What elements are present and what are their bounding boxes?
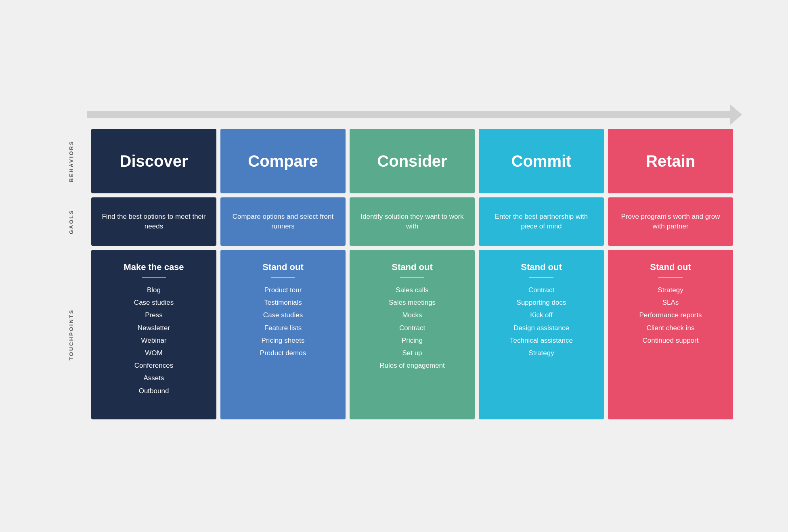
touchpoint-item-consider-3: Contract	[399, 323, 425, 333]
arrow-head	[730, 104, 742, 125]
touchpoint-item-commit-4: Technical assistance	[510, 335, 573, 346]
behavior-card-discover: Discover	[91, 129, 216, 193]
touchpoint-item-commit-3: Design assistance	[513, 323, 569, 333]
touchpoint-item-discover-0: Blog	[147, 285, 161, 295]
goal-text-compare: Compare options and select front runners	[228, 212, 337, 231]
touchpoint-header-retain: Stand out	[650, 262, 691, 272]
touchpoint-item-compare-3: Feature lists	[264, 323, 302, 333]
goal-card-commit: Enter the best partnership with piece of…	[479, 197, 604, 246]
goal-card-discover: Find the best options to meet their need…	[91, 197, 216, 246]
touchpoint-item-retain-3: Client check ins	[646, 323, 694, 333]
touchpoint-card-compare: Stand outProduct tourTestimonialsCase st…	[220, 250, 346, 419]
page-wrapper: BEHAVIORS DiscoverCompareConsiderCommitR…	[31, 88, 757, 444]
touchpoint-item-discover-8: Outbound	[139, 385, 169, 396]
behavior-title-compare: Compare	[248, 152, 318, 170]
goal-text-commit: Enter the best partnership with piece of…	[487, 212, 596, 231]
touchpoint-item-compare-0: Product tour	[264, 285, 302, 295]
arrow-bar	[87, 111, 733, 118]
touchpoint-divider-commit	[529, 277, 553, 278]
touchpoint-header-compare: Stand out	[262, 262, 303, 272]
goals-label: GAOLS	[55, 197, 87, 246]
touchpoints-label: TOUCHPOINTS	[55, 250, 87, 419]
touchpoint-item-compare-1: Testimonials	[264, 297, 302, 308]
touchpoint-item-discover-5: WOM	[145, 348, 162, 358]
touchpoint-item-compare-5: Product demos	[260, 348, 306, 358]
behavior-title-discover: Discover	[120, 152, 188, 170]
goal-card-consider: Identify solution they want to work with	[350, 197, 475, 246]
touchpoint-item-consider-5: Set up	[402, 348, 422, 358]
touchpoint-divider-compare	[271, 277, 295, 278]
behavior-card-compare: Compare	[220, 129, 346, 193]
touchpoint-divider-discover	[142, 277, 166, 278]
touchpoint-item-discover-3: Newsletter	[138, 323, 170, 333]
touchpoint-item-discover-2: Press	[145, 310, 162, 320]
touchpoint-item-discover-1: Case studies	[134, 297, 174, 308]
touchpoint-header-commit: Stand out	[521, 262, 562, 272]
touchpoint-item-retain-1: SLAs	[662, 297, 679, 308]
touchpoint-item-consider-0: Sales calls	[396, 285, 428, 295]
behavior-card-commit: Commit	[479, 129, 604, 193]
goal-card-compare: Compare options and select front runners	[220, 197, 346, 246]
goal-text-retain: Prove program's worth and grow with part…	[616, 212, 725, 231]
touchpoint-item-compare-2: Case studies	[263, 310, 303, 320]
touchpoint-card-commit: Stand outContractSupporting docsKick off…	[479, 250, 604, 419]
touchpoint-item-discover-7: Assets	[143, 373, 164, 383]
behavior-title-consider: Consider	[377, 152, 447, 170]
touchpoint-divider-retain	[658, 277, 683, 278]
touchpoint-header-discover: Make the case	[124, 262, 184, 272]
touchpoint-item-commit-5: Strategy	[528, 348, 554, 358]
touchpoint-item-consider-2: Mocks	[402, 310, 422, 320]
touchpoint-header-consider: Stand out	[392, 262, 432, 272]
main-grid: BEHAVIORS DiscoverCompareConsiderCommitR…	[55, 129, 733, 419]
goal-text-consider: Identify solution they want to work with	[358, 212, 467, 231]
touchpoint-item-commit-1: Supporting docs	[517, 297, 566, 308]
touchpoint-item-commit-2: Kick off	[530, 310, 552, 320]
touchpoint-item-retain-2: Performance reports	[639, 310, 702, 320]
touchpoint-item-retain-4: Continued support	[643, 335, 699, 346]
behavior-title-retain: Retain	[646, 152, 695, 170]
touchpoint-item-consider-1: Sales meetings	[389, 297, 436, 308]
touchpoint-item-discover-6: Conferences	[134, 360, 173, 371]
touchpoint-card-discover: Make the caseBlogCase studiesPressNewsle…	[91, 250, 216, 419]
behavior-card-consider: Consider	[350, 129, 475, 193]
goal-card-retain: Prove program's worth and grow with part…	[608, 197, 733, 246]
touchpoint-card-consider: Stand outSales callsSales meetingsMocksC…	[350, 250, 475, 419]
goal-text-discover: Find the best options to meet their need…	[99, 212, 208, 231]
touchpoint-card-retain: Stand outStrategySLAsPerformance reports…	[608, 250, 733, 419]
behavior-card-retain: Retain	[608, 129, 733, 193]
touchpoint-item-compare-4: Pricing sheets	[262, 335, 305, 346]
touchpoint-item-discover-4: Webinar	[141, 335, 167, 346]
touchpoint-divider-consider	[400, 277, 424, 278]
behavior-title-commit: Commit	[511, 152, 572, 170]
behaviors-label: BEHAVIORS	[55, 129, 87, 193]
touchpoint-item-retain-0: Strategy	[658, 285, 683, 295]
touchpoint-item-consider-6: Rules of engagement	[379, 360, 445, 371]
touchpoint-item-commit-0: Contract	[528, 285, 554, 295]
touchpoint-item-consider-4: Pricing	[402, 335, 423, 346]
progress-arrow	[87, 105, 733, 125]
